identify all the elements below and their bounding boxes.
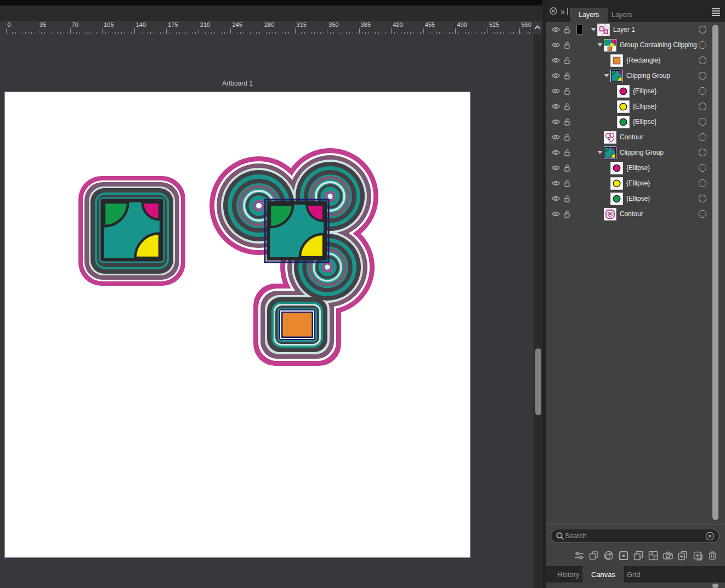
artboard-title[interactable]: Artboard 1	[4, 80, 471, 87]
layer-select-circle[interactable]	[699, 210, 706, 218]
expand-triangle-icon[interactable]	[596, 43, 604, 47]
canvas-scrollbar-track[interactable]	[534, 34, 542, 588]
chevron-up-icon	[534, 25, 540, 31]
layer-row[interactable]: {Ellipse}	[546, 114, 725, 129]
clear-search-icon[interactable]	[705, 532, 715, 541]
visibility-eye-icon[interactable]	[551, 87, 562, 95]
visibility-eye-icon[interactable]	[551, 133, 562, 142]
add-layer-icon[interactable]	[692, 550, 704, 562]
visibility-eye-icon[interactable]	[551, 163, 562, 172]
expand-triangle-icon[interactable]	[602, 74, 611, 78]
edit-all-layers-icon[interactable]	[573, 550, 585, 562]
tab-layers-1[interactable]: Layers	[570, 8, 608, 22]
bottom-tab-bar: History Canvas Grid	[546, 566, 725, 583]
lock-icon[interactable]	[563, 56, 573, 65]
visibility-eye-icon[interactable]	[551, 41, 562, 49]
snapshot-icon[interactable]	[662, 550, 674, 562]
expand-triangle-icon[interactable]	[596, 150, 604, 155]
panel-divider[interactable]	[542, 0, 546, 588]
search-input[interactable]	[565, 532, 705, 540]
layer-select-circle[interactable]	[699, 72, 706, 80]
layer-select-circle[interactable]	[699, 41, 706, 49]
layer-row[interactable]: {Ellipse}	[546, 176, 725, 191]
layer-row[interactable]: {Ellipse}	[546, 83, 725, 99]
layer-select-circle[interactable]	[699, 195, 706, 202]
lock-icon[interactable]	[563, 163, 573, 172]
expand-chevrons-icon[interactable]: »	[560, 7, 564, 15]
new-layer-icon[interactable]	[677, 550, 689, 562]
lock-icon[interactable]	[563, 117, 573, 126]
layer-row[interactable]: Clipping Group	[546, 145, 725, 160]
bottom-scrollbar-nub[interactable]	[712, 584, 718, 588]
lock-icon[interactable]	[563, 102, 573, 111]
layer-thumbnail	[604, 39, 616, 51]
visibility-eye-icon[interactable]	[551, 25, 562, 34]
layer-thumbnail	[611, 162, 622, 174]
layer-row[interactable]: Layer 1	[546, 22, 725, 37]
lock-icon[interactable]	[563, 41, 573, 49]
lock-icon[interactable]	[563, 210, 573, 218]
lock-icon[interactable]	[563, 133, 573, 142]
blend-options-icon[interactable]	[603, 550, 615, 562]
layer-row[interactable]: {Ellipse}	[546, 99, 725, 114]
artboard[interactable]	[4, 92, 471, 558]
lock-icon[interactable]	[563, 194, 573, 203]
layer-row[interactable]: Group Containing Clipping	[546, 37, 725, 53]
mask-layer-icon[interactable]	[647, 550, 659, 562]
layer-label: {Rectangle}	[626, 56, 660, 64]
lock-icon[interactable]	[563, 179, 573, 188]
layer-row[interactable]: {Rectangle}	[546, 53, 725, 68]
layer-thumbnail	[618, 86, 629, 97]
layer-select-circle[interactable]	[699, 103, 706, 110]
layer-row[interactable]: Contour	[546, 129, 725, 145]
insert-inside-icon[interactable]	[618, 550, 630, 562]
visibility-eye-icon[interactable]	[551, 117, 562, 126]
canvas-scrollbar-thumb[interactable]	[535, 348, 541, 415]
layer-label: Layer 1	[613, 26, 635, 33]
lock-icon[interactable]	[563, 71, 573, 80]
visibility-eye-icon[interactable]	[551, 194, 562, 203]
duplicate-icon[interactable]	[588, 550, 600, 562]
visibility-eye-icon[interactable]	[551, 210, 562, 218]
lock-icon[interactable]	[563, 148, 573, 157]
search-box[interactable]	[551, 529, 720, 543]
insert-standalone-icon[interactable]	[632, 550, 644, 562]
layers-toolbar	[546, 549, 725, 563]
tab-grid[interactable]: Grid	[618, 566, 649, 583]
layer-select-circle[interactable]	[699, 87, 706, 95]
layer-thumbnail	[598, 24, 609, 36]
layer-select-circle[interactable]	[699, 164, 706, 172]
visibility-eye-icon[interactable]	[551, 179, 562, 188]
panel-menu-icon[interactable]	[712, 8, 720, 16]
ruler-collapse-button[interactable]	[533, 21, 542, 34]
layer-thumbnail	[604, 147, 616, 159]
layer-label: {Ellipse}	[626, 164, 650, 172]
titlebar-strip	[0, 0, 542, 5]
layer-select-circle[interactable]	[699, 149, 706, 156]
layer-row[interactable]: Clipping Group	[546, 68, 725, 83]
layer-select-circle[interactable]	[699, 133, 706, 141]
layer-row[interactable]: Contour	[546, 206, 725, 222]
visibility-eye-icon[interactable]	[551, 56, 562, 65]
layer-row[interactable]: {Ellipse}	[546, 191, 725, 206]
layer-thumbnail	[611, 55, 622, 66]
layer-row[interactable]: {Ellipse}	[546, 160, 725, 176]
layer-select-circle[interactable]	[699, 179, 706, 187]
layer-thumbnail	[611, 178, 622, 189]
delete-layer-icon[interactable]	[706, 550, 718, 562]
layer-select-circle[interactable]	[699, 26, 706, 33]
lock-icon[interactable]	[563, 25, 573, 34]
layer-select-circle[interactable]	[699, 118, 706, 126]
visibility-eye-icon[interactable]	[551, 71, 562, 80]
close-panel-icon[interactable]	[550, 7, 557, 15]
panel-scrollbar-thumb[interactable]	[712, 25, 718, 520]
layer-thumbnail	[618, 116, 629, 128]
panel-header: » Layers Layers	[546, 0, 725, 22]
expand-triangle-icon[interactable]	[589, 27, 598, 32]
tab-layers-2[interactable]: Layers	[603, 8, 641, 22]
lock-icon[interactable]	[563, 87, 573, 95]
visibility-eye-icon[interactable]	[551, 102, 562, 111]
layer-select-circle[interactable]	[699, 56, 706, 64]
visibility-eye-icon[interactable]	[551, 148, 562, 157]
layer-color-swatch[interactable]	[576, 25, 583, 35]
